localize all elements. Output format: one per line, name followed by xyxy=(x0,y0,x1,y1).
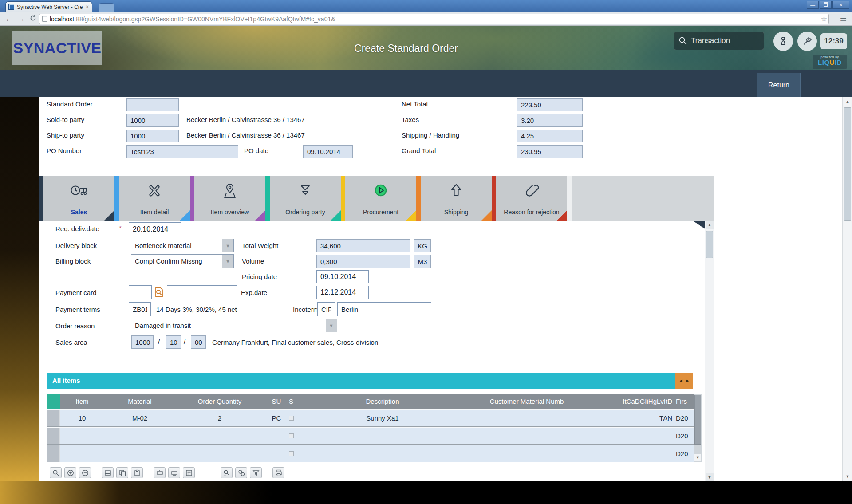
return-button[interactable]: Return xyxy=(757,73,801,97)
page-scroll-up-icon[interactable]: ▲ xyxy=(844,98,852,106)
cell-material[interactable]: M-02 xyxy=(104,410,175,426)
back-button[interactable]: ← xyxy=(4,14,14,24)
tools-button[interactable] xyxy=(797,32,817,51)
col-order-quantity[interactable]: Order Quantity xyxy=(175,394,264,409)
browser-tab[interactable]: Synactive Web Server - Crea ✕ xyxy=(5,1,92,12)
shipping-handling-input[interactable] xyxy=(517,130,583,142)
payment-card-type-input[interactable] xyxy=(129,285,152,299)
division-input[interactable] xyxy=(191,335,206,349)
col-first-date[interactable]: Firs xyxy=(676,394,694,409)
po-date-input[interactable] xyxy=(303,145,353,158)
col-customer-material[interactable]: Customer Material Numb xyxy=(460,394,593,409)
tab-procurement[interactable]: Procurement xyxy=(345,176,416,221)
ship-to-input[interactable] xyxy=(126,130,179,142)
cell-description[interactable] xyxy=(305,445,460,462)
row-selector[interactable] xyxy=(47,445,60,462)
panel-vertical-scrollbar[interactable]: ▲ ▼ xyxy=(705,221,714,481)
transaction-search[interactable] xyxy=(674,32,764,50)
refresh-button[interactable] xyxy=(28,14,38,24)
net-total-input[interactable] xyxy=(517,98,583,111)
tab-close-icon[interactable]: ✕ xyxy=(86,4,89,9)
panel-scrollbar-thumb[interactable] xyxy=(706,231,713,258)
cell-su[interactable]: PC xyxy=(264,410,289,426)
incoterms-location-input[interactable] xyxy=(337,302,431,316)
delete-row-button[interactable] xyxy=(168,467,180,478)
cell-item[interactable]: 10 xyxy=(60,410,104,426)
table-row[interactable]: 10 M-02 2 PC Sunny Xa1 TAN D20 xyxy=(47,409,694,427)
table-scroll-arrows[interactable]: ◄ ► xyxy=(675,373,693,389)
address-bar[interactable]: localhost:88/guixt4web/logon.gsp?GWSessi… xyxy=(39,14,829,24)
tab-item-overview[interactable]: Item overview xyxy=(194,176,265,221)
cell-su[interactable] xyxy=(264,428,289,444)
tab-shipping[interactable]: Shipping xyxy=(421,176,492,221)
cell-order-quantity[interactable]: 2 xyxy=(175,410,264,426)
copy-row-button[interactable] xyxy=(116,467,128,478)
search-items-button[interactable] xyxy=(221,467,233,478)
cell-customer-material[interactable] xyxy=(460,428,593,444)
payment-terms-code-input[interactable] xyxy=(129,302,151,316)
url-text[interactable]: localhost:88/guixt4web/logon.gsp?GWSessi… xyxy=(50,16,826,23)
cell-customer-material[interactable] xyxy=(460,445,593,462)
cell-item-category[interactable]: TAN xyxy=(593,410,676,426)
volume-input[interactable] xyxy=(316,255,410,268)
chevron-down-icon[interactable]: ▼ xyxy=(326,319,337,332)
info-button[interactable] xyxy=(773,32,793,51)
sales-org-input[interactable] xyxy=(131,335,154,349)
table-vertical-scrollbar[interactable]: ▼ xyxy=(694,394,702,462)
print-button[interactable] xyxy=(272,467,284,478)
cell-first-date[interactable]: D20 xyxy=(676,410,694,426)
cell-description[interactable] xyxy=(305,428,460,444)
row-details-button[interactable] xyxy=(183,467,195,478)
payment-card-number-input[interactable] xyxy=(167,285,237,299)
exp-date-input[interactable] xyxy=(316,286,369,299)
table-scrollbar-thumb[interactable] xyxy=(694,395,701,445)
billing-block-select[interactable]: Compl Confirm Missng ▼ xyxy=(131,254,234,268)
tab-sales[interactable]: Sales xyxy=(43,176,114,221)
magnifier-button[interactable] xyxy=(50,467,62,478)
panel-scroll-down-icon[interactable]: ▼ xyxy=(706,473,714,481)
cell-material[interactable] xyxy=(104,428,175,444)
grand-total-input[interactable] xyxy=(517,145,583,158)
tab-reason-for-rejection[interactable]: Reason for rejection xyxy=(496,176,567,221)
add-row-button[interactable] xyxy=(64,467,76,478)
standard-order-input[interactable] xyxy=(126,98,179,111)
col-su[interactable]: SU xyxy=(264,394,289,409)
cell-first-date[interactable]: D20 xyxy=(676,428,694,444)
transaction-search-input[interactable] xyxy=(691,36,753,45)
distribution-channel-input[interactable] xyxy=(166,335,181,349)
table-row[interactable]: D20 xyxy=(47,427,694,445)
col-description[interactable]: Description xyxy=(305,394,460,409)
tab-ordering-party[interactable]: Ordering party xyxy=(270,176,341,221)
select-rows-button[interactable] xyxy=(102,467,114,478)
bookmark-star-icon[interactable]: ☆ xyxy=(821,14,827,24)
order-reason-select[interactable]: Damaged in transit ▼ xyxy=(131,319,337,332)
table-scroll-down-icon[interactable]: ▼ xyxy=(694,454,701,461)
remove-row-button[interactable] xyxy=(79,467,91,478)
row-checkbox[interactable] xyxy=(289,451,294,456)
col-item[interactable]: Item xyxy=(60,394,104,409)
cell-description[interactable]: Sunny Xa1 xyxy=(305,410,460,426)
tab-item-detail[interactable]: Item detail xyxy=(119,176,190,221)
table-row[interactable]: D20 xyxy=(47,445,694,462)
col-s[interactable]: S xyxy=(289,394,305,409)
forward-button[interactable]: → xyxy=(16,14,27,24)
select-all-cell[interactable] xyxy=(47,394,60,409)
row-checkbox[interactable] xyxy=(289,433,294,438)
col-material[interactable]: Material xyxy=(104,394,175,409)
taxes-input[interactable] xyxy=(517,114,583,127)
delivery-block-select[interactable]: Bottleneck material ▼ xyxy=(131,239,234,252)
pricing-date-input[interactable] xyxy=(316,270,369,284)
paste-row-button[interactable] xyxy=(131,467,143,478)
page-scrollbar-thumb[interactable] xyxy=(844,107,851,220)
card-search-icon[interactable] xyxy=(154,286,165,300)
cell-order-quantity[interactable] xyxy=(175,428,264,444)
row-selector[interactable] xyxy=(47,428,60,444)
page-scroll-down-icon[interactable]: ▼ xyxy=(844,473,852,480)
cell-item[interactable] xyxy=(60,428,104,444)
browser-menu-icon[interactable]: ☰ xyxy=(840,13,847,24)
total-weight-input[interactable] xyxy=(316,239,410,252)
search-next-button[interactable] xyxy=(235,467,247,478)
window-close-button[interactable]: ✕ xyxy=(832,1,849,9)
panel-scroll-up-icon[interactable]: ▲ xyxy=(706,221,714,229)
cell-su[interactable] xyxy=(264,445,289,462)
